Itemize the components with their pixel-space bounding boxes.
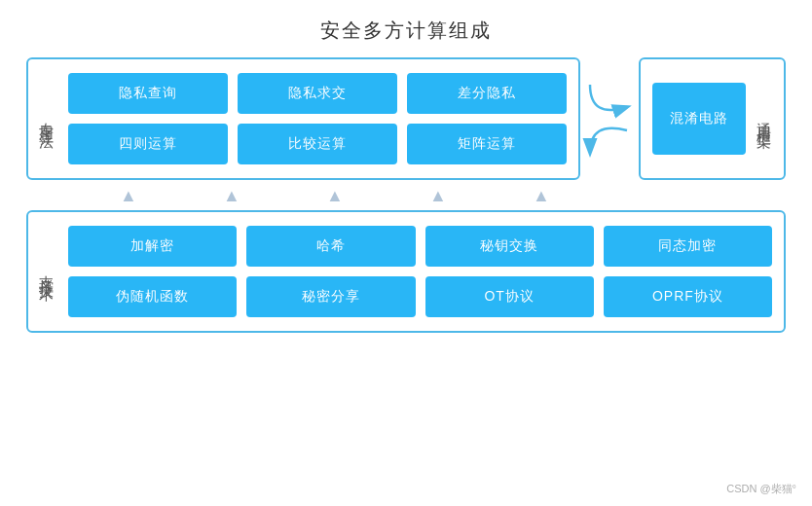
btn-hashi[interactable]: 哈希 [246,226,415,267]
bottom-grid-buttons: 加解密 哈希 秘钥交换 同态加密 伪随机函数 秘密分享 OT协议 OPRF协议 [68,226,772,317]
top-right-box: 混淆电路 通用框架 [639,57,786,180]
btn-tongtai-jiami[interactable]: 同态加密 [604,226,772,267]
btn-miyao-jiaohuan[interactable]: 秘钥交换 [425,226,594,267]
btn-chafen-yinsi[interactable]: 差分隐私 [407,73,567,114]
btn-mimi-fenxiang[interactable]: 秘密分享 [246,276,415,317]
bottom-section: 支撑技术 加解密 哈希 秘钥交换 同态加密 伪随机函数 秘密分享 OT协议 OP… [26,210,786,333]
btn-bijiao-yunsuan[interactable]: 比较运算 [238,124,397,164]
arrow-row: ▲ ▲ ▲ ▲ ▲ [26,180,786,210]
btn-oprf-xieyi[interactable]: OPRF协议 [604,276,772,317]
section-label-zhuanyong: 专用算法 [40,111,55,126]
btn-yinsi-qiujiao[interactable]: 隐私求交 [238,73,397,114]
btn-juzhen-yunsuan[interactable]: 矩阵运算 [407,124,567,164]
up-arrow-3: ▲ [326,186,344,206]
up-arrow-5: ▲ [533,186,550,206]
btn-hunxiao-dianlu[interactable]: 混淆电路 [652,83,746,155]
section-label-zhicheng: 支撑技术 [40,264,55,279]
section-label-tongyong: 通用框架 [757,111,772,126]
up-arrow-1: ▲ [120,186,137,206]
top-section: 专用算法 隐私查询 隐私求交 差分隐私 四则运算 比较运算 矩阵运算 [26,57,786,180]
up-arrow-2: ▲ [223,186,240,206]
up-arrow-4: ▲ [429,186,447,206]
curved-arrows-svg [580,70,639,167]
watermark: CSDN @柴猫° [726,482,796,496]
top-grid-buttons: 隐私查询 隐私求交 差分隐私 四则运算 比较运算 矩阵运算 [68,73,567,164]
top-left-box: 专用算法 隐私查询 隐私求交 差分隐私 四则运算 比较运算 矩阵运算 [26,57,580,180]
btn-weisui-ji-hanshu[interactable]: 伪随机函数 [68,276,237,317]
arrow-connector [580,57,639,180]
btn-sizeyunsuan[interactable]: 四则运算 [68,124,228,164]
main-container: 专用算法 隐私查询 隐私求交 差分隐私 四则运算 比较运算 矩阵运算 [26,57,786,333]
btn-jiajie-mi[interactable]: 加解密 [68,226,237,267]
btn-ot-xieyi[interactable]: OT协议 [425,276,594,317]
page-title: 安全多方计算组成 [320,18,492,44]
btn-yinsi-chaxun[interactable]: 隐私查询 [68,73,228,114]
